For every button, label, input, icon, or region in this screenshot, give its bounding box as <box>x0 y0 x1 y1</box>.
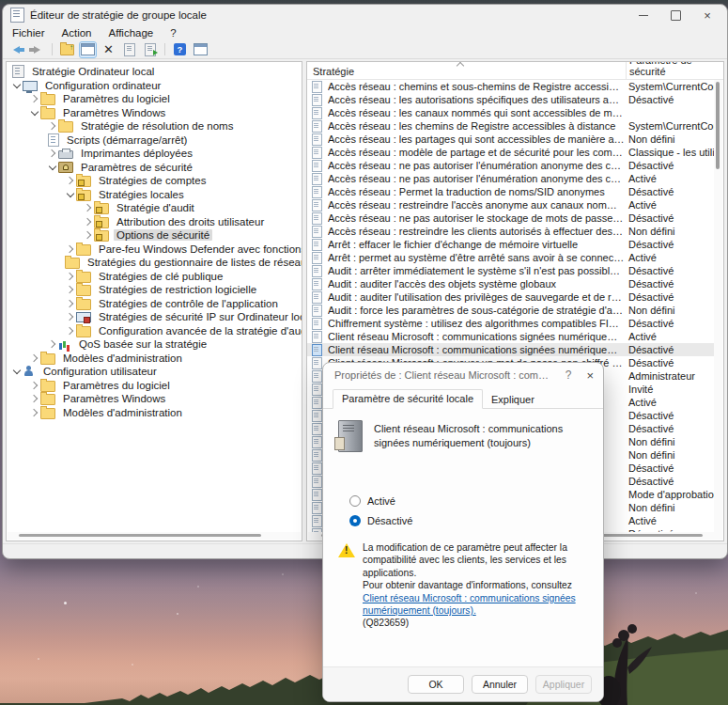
policy-row[interactable]: Accès réseau : Permet la traduction de n… <box>307 185 714 198</box>
policy-row[interactable]: Accès réseau : les chemins de Registre a… <box>307 119 714 133</box>
chevron-down-icon[interactable] <box>11 369 23 373</box>
policy-row[interactable]: Accès réseau : restreindre les clients a… <box>307 225 714 238</box>
policy-row[interactable]: Audit : auditer l'accès des objets systè… <box>307 277 714 290</box>
tree-item[interactable]: Paramètres du logiciel <box>7 379 302 393</box>
tree-item[interactable]: Attribution des droits utilisateur <box>7 215 302 229</box>
policy-row[interactable]: Chiffrement système : utilisez des algor… <box>307 317 714 330</box>
radio-unchecked-icon[interactable] <box>349 495 361 507</box>
menu-fichier[interactable]: Fichier <box>12 27 45 39</box>
maximize-button[interactable] <box>659 6 691 24</box>
chevron-right-icon[interactable] <box>47 341 58 347</box>
tree-item[interactable]: Configuration utilisateur <box>7 365 302 379</box>
policy-help-link[interactable]: Client réseau Microsoft : communications… <box>363 593 576 616</box>
tree-item[interactable]: Stratégies locales <box>7 188 302 202</box>
delete-button[interactable]: ✕ <box>101 42 116 57</box>
tree-item[interactable]: Configuration ordinateur <box>7 79 302 93</box>
column-strategie[interactable]: Stratégie <box>307 66 626 79</box>
chevron-right-icon[interactable] <box>65 246 76 252</box>
chevron-right-icon[interactable] <box>29 383 40 388</box>
show-console-tree-button[interactable] <box>80 42 96 57</box>
tree-item[interactable]: Stratégies de clé publique <box>7 270 302 284</box>
policy-row[interactable]: Arrêt : permet au système d'être arrêté … <box>307 251 714 264</box>
tree-item[interactable]: Stratégies de sécurité IP sur Ordinateur… <box>7 310 302 324</box>
tree-item[interactable]: Stratégies de restriction logicielle <box>7 283 302 297</box>
policy-row[interactable]: Accès réseau : les canaux nommés qui son… <box>307 106 714 119</box>
menu-affichage[interactable]: Affichage <box>108 27 153 39</box>
list-vertical-scrollbar[interactable] <box>714 80 722 532</box>
tree-item[interactable]: Stratégies du gestionnaire de listes de … <box>7 256 302 270</box>
chevron-right-icon[interactable] <box>47 150 58 156</box>
ok-button[interactable]: OK <box>408 675 464 694</box>
export-list-button[interactable] <box>142 42 158 57</box>
radio-option-selected[interactable]: Désactivé <box>349 515 588 526</box>
chevron-right-icon[interactable] <box>65 301 76 306</box>
chevron-down-icon[interactable] <box>47 165 58 169</box>
tree-item[interactable]: Paramètres Windows <box>7 106 302 120</box>
chevron-down-icon[interactable] <box>65 193 76 196</box>
tree-item[interactable]: Paramètres du logiciel <box>7 92 302 106</box>
policy-row[interactable]: Accès réseau : les autorisations spécifi… <box>307 93 714 106</box>
help-button[interactable]: ? <box>172 42 188 57</box>
chevron-right-icon[interactable] <box>65 287 76 292</box>
scrollbar-thumb[interactable] <box>716 82 720 169</box>
policy-row[interactable]: Arrêt : effacer le fichier d'échange de … <box>307 238 714 251</box>
tree-item[interactable]: Paramètres de sécurité <box>7 161 302 175</box>
tree-item[interactable]: Options de sécurité <box>7 228 302 243</box>
close-button[interactable]: × <box>691 6 723 24</box>
policy-row[interactable]: Accès réseau : modèle de partage et de s… <box>307 146 714 159</box>
chevron-right-icon[interactable] <box>83 205 94 211</box>
up-one-level-button[interactable] <box>59 42 75 57</box>
scrollbar-thumb[interactable] <box>19 534 261 537</box>
dialog-help-button[interactable]: ? <box>565 368 572 382</box>
menu-aide[interactable]: ? <box>170 27 176 39</box>
tab-parametre-securite-locale[interactable]: Paramètre de sécurité locale <box>333 389 483 409</box>
chevron-right-icon[interactable] <box>29 355 40 361</box>
new-window-button[interactable] <box>193 42 209 57</box>
forward-button[interactable] <box>29 42 45 57</box>
policy-row[interactable]: Accès réseau : ne pas autoriser l'énumér… <box>307 172 714 185</box>
chevron-right-icon[interactable] <box>29 410 40 415</box>
tree-item[interactable]: Stratégie Ordinateur local <box>7 65 302 79</box>
policy-row[interactable]: Audit : arrêter immédiatement le système… <box>307 264 714 277</box>
tree-item[interactable]: Paramètres Windows <box>7 392 302 406</box>
policy-row[interactable]: Accès réseau : ne pas autoriser le stock… <box>307 212 714 225</box>
policy-row[interactable]: Client réseau Microsoft : communications… <box>307 330 714 343</box>
tree-item[interactable]: Stratégie d'audit <box>7 201 302 215</box>
tree-item[interactable]: Modèles d'administration <box>7 352 302 366</box>
properties-button[interactable] <box>121 42 137 57</box>
chevron-right-icon[interactable] <box>29 396 40 401</box>
tree-item[interactable]: Pare-feu Windows Defender avec fonctions… <box>7 243 302 257</box>
chevron-right-icon[interactable] <box>47 123 58 129</box>
chevron-down-icon[interactable] <box>11 84 23 87</box>
policy-row[interactable]: Audit : force les paramètres de sous-cat… <box>307 304 714 317</box>
tree-item[interactable]: Configuration avancée de la stratégie d'… <box>7 324 302 338</box>
policy-row[interactable]: Accès réseau : ne pas autoriser l'énumér… <box>307 159 714 172</box>
minimize-button[interactable] <box>627 6 659 24</box>
policy-row[interactable]: Audit : auditer l'utilisation des privil… <box>307 290 714 304</box>
tree-item[interactable]: Stratégies de contrôle de l'application <box>7 297 302 311</box>
radio-option-unselected[interactable]: Activé <box>349 495 588 507</box>
tree-item[interactable]: Scripts (démarrage/arrêt) <box>7 133 302 148</box>
tree-item[interactable]: Stratégies de comptes <box>7 174 302 188</box>
chevron-down-icon[interactable] <box>29 111 40 115</box>
tree-horizontal-scrollbar[interactable] <box>8 532 301 540</box>
chevron-right-icon[interactable] <box>29 96 40 102</box>
tab-expliquer[interactable]: Expliquer <box>483 391 543 409</box>
chevron-right-icon[interactable] <box>65 178 76 183</box>
tree-item[interactable]: QoS basée sur la stratégie <box>7 337 302 352</box>
tree-item[interactable]: Modèles d'administration <box>7 406 302 420</box>
chevron-right-icon[interactable] <box>83 219 94 225</box>
chevron-right-icon[interactable] <box>65 314 76 320</box>
apply-button[interactable]: Appliquer <box>535 675 592 694</box>
policy-row[interactable]: Accès réseau : restreindre l'accès anony… <box>307 198 714 212</box>
chevron-right-icon[interactable] <box>65 328 76 334</box>
policy-row[interactable]: Client réseau Microsoft : communications… <box>307 343 714 356</box>
policy-row[interactable]: Accès réseau : chemins et sous-chemins d… <box>307 80 714 93</box>
policy-row[interactable]: Accès réseau : les partages qui sont acc… <box>307 133 714 146</box>
chevron-right-icon[interactable] <box>65 274 76 279</box>
tree-item[interactable]: Imprimantes déployées <box>7 147 302 161</box>
menu-action[interactable]: Action <box>62 27 92 39</box>
cancel-button[interactable]: Annuler <box>472 675 528 694</box>
radio-checked-icon[interactable] <box>349 515 361 526</box>
chevron-right-icon[interactable] <box>83 232 94 238</box>
